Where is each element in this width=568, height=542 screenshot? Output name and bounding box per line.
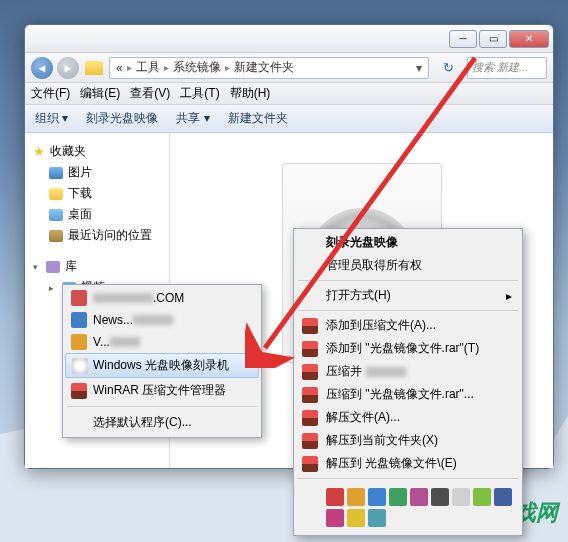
color-tile[interactable] xyxy=(431,488,449,506)
submenu-winrar[interactable]: WinRAR 压缩文件管理器 xyxy=(65,378,259,403)
menubar: 文件(F) 编辑(E) 查看(V) 工具(T) 帮助(H) xyxy=(25,83,553,105)
winrar-icon xyxy=(302,318,318,334)
color-tile[interactable] xyxy=(410,488,428,506)
breadcrumb-seg[interactable]: 新建文件夹 xyxy=(234,59,294,76)
menu-edit[interactable]: 编辑(E) xyxy=(80,85,120,102)
color-tile[interactable] xyxy=(452,488,470,506)
color-tile[interactable] xyxy=(347,509,365,527)
color-tile[interactable] xyxy=(326,488,344,506)
winrar-icon xyxy=(302,456,318,472)
expand-icon: ▾ xyxy=(33,262,41,272)
sidebar-favorites[interactable]: ★ 收藏夹 xyxy=(25,141,169,162)
menu-help[interactable]: 帮助(H) xyxy=(230,85,271,102)
ctx-extract-here[interactable]: 解压到当前文件夹(X) xyxy=(296,429,520,452)
toolbar-newfolder[interactable]: 新建文件夹 xyxy=(228,110,288,127)
breadcrumb-seg[interactable]: 系统镜像 xyxy=(173,59,221,76)
minimize-button[interactable]: ─ xyxy=(449,30,477,48)
submenu-item[interactable]: .COM xyxy=(65,287,259,309)
winrar-icon xyxy=(302,387,318,403)
sidebar-item-desktop[interactable]: 桌面 xyxy=(25,204,169,225)
app-icon xyxy=(71,334,87,350)
ctx-add-to[interactable]: 添加到 "光盘镜像文件.rar"(T) xyxy=(296,337,520,360)
color-tile[interactable] xyxy=(326,509,344,527)
submenu-item[interactable]: News... xyxy=(65,309,259,331)
ctx-tile-row xyxy=(296,482,520,533)
toolbar-burn[interactable]: 刻录光盘映像 xyxy=(86,110,158,127)
color-tile[interactable] xyxy=(389,488,407,506)
color-tile[interactable] xyxy=(368,509,386,527)
color-tile[interactable] xyxy=(494,488,512,506)
titlebar: ─ ▭ ✕ xyxy=(25,25,553,53)
winrar-icon xyxy=(302,341,318,357)
context-menu: 刻录光盘映像 管理员取得所有权 打开方式(H)▸ 添加到压缩文件(A)... 添… xyxy=(293,228,523,536)
search-input[interactable]: 搜索 新建... xyxy=(467,57,547,79)
refresh-button[interactable]: ↻ xyxy=(437,57,459,79)
download-icon xyxy=(49,188,63,200)
separator xyxy=(298,310,518,311)
separator xyxy=(298,280,518,281)
ctx-openwith[interactable]: 打开方式(H)▸ xyxy=(296,284,520,307)
sidebar-item-downloads[interactable]: 下载 xyxy=(25,183,169,204)
toolbar-share[interactable]: 共享 ▾ xyxy=(176,110,209,127)
recent-icon xyxy=(49,230,63,242)
desktop-icon xyxy=(49,209,63,221)
disc-icon xyxy=(72,358,88,374)
library-icon xyxy=(46,261,60,273)
sidebar-item-recent[interactable]: 最近访问的位置 xyxy=(25,225,169,246)
menu-view[interactable]: 查看(V) xyxy=(130,85,170,102)
folder-icon xyxy=(85,61,103,75)
color-tile[interactable] xyxy=(368,488,386,506)
forward-button[interactable]: ► xyxy=(57,57,79,79)
app-icon xyxy=(71,290,87,306)
star-icon: ★ xyxy=(33,144,45,159)
submenu-choose-default[interactable]: 选择默认程序(C)... xyxy=(65,410,259,435)
toolbar: 组织 ▾ 刻录光盘映像 共享 ▾ 新建文件夹 xyxy=(25,105,553,133)
winrar-icon xyxy=(302,410,318,426)
ctx-add-archive[interactable]: 添加到压缩文件(A)... xyxy=(296,314,520,337)
menu-tools[interactable]: 工具(T) xyxy=(180,85,219,102)
sidebar-libraries[interactable]: ▾ 库 xyxy=(25,256,169,277)
breadcrumb-seg[interactable]: 工具 xyxy=(136,59,160,76)
sidebar-item-pictures[interactable]: 图片 xyxy=(25,162,169,183)
ctx-admin[interactable]: 管理员取得所有权 xyxy=(296,254,520,277)
ctx-extract[interactable]: 解压文件(A)... xyxy=(296,406,520,429)
color-tile[interactable] xyxy=(473,488,491,506)
breadcrumb-overflow: « xyxy=(116,61,123,75)
expand-icon: ▸ xyxy=(49,283,57,293)
winrar-icon xyxy=(302,433,318,449)
menu-file[interactable]: 文件(F) xyxy=(31,85,70,102)
back-button[interactable]: ◄ xyxy=(31,57,53,79)
submenu-arrow-icon: ▸ xyxy=(506,289,512,303)
ctx-compress-to[interactable]: 压缩到 "光盘镜像文件.rar"... xyxy=(296,383,520,406)
separator xyxy=(298,478,518,479)
ctx-extract-to[interactable]: 解压到 光盘镜像文件\(E) xyxy=(296,452,520,475)
pictures-icon xyxy=(49,167,63,179)
ctx-compress[interactable]: 压缩并 xyxy=(296,360,520,383)
maximize-button[interactable]: ▭ xyxy=(479,30,507,48)
navbar: ◄ ► « ▸ 工具 ▸ 系统镜像 ▸ 新建文件夹 ▾ ↻ 搜索 新建... xyxy=(25,53,553,83)
winrar-icon xyxy=(302,364,318,380)
toolbar-organize[interactable]: 组织 ▾ xyxy=(35,110,68,127)
close-button[interactable]: ✕ xyxy=(509,30,549,48)
submenu-item[interactable]: V... xyxy=(65,331,259,353)
separator xyxy=(67,406,257,407)
app-icon xyxy=(71,312,87,328)
ctx-burn[interactable]: 刻录光盘映像 xyxy=(296,231,520,254)
openwith-submenu: .COM News... V... Windows 光盘映像刻录机 WinRAR… xyxy=(62,284,262,438)
breadcrumb[interactable]: « ▸ 工具 ▸ 系统镜像 ▸ 新建文件夹 ▾ xyxy=(109,57,429,79)
color-tile[interactable] xyxy=(347,488,365,506)
winrar-icon xyxy=(71,383,87,399)
submenu-windows-burner[interactable]: Windows 光盘映像刻录机 xyxy=(65,353,259,378)
